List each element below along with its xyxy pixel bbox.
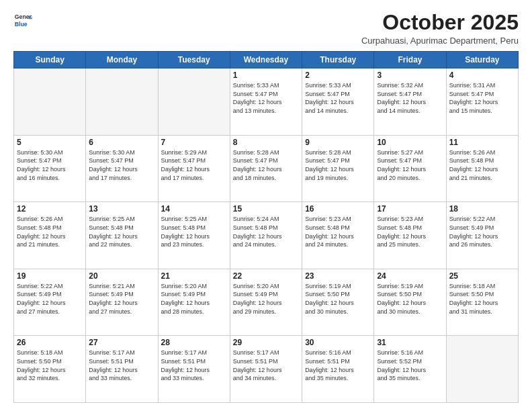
day-number: 27 bbox=[89, 338, 154, 347]
day-cell bbox=[158, 68, 230, 136]
day-number: 10 bbox=[377, 138, 443, 147]
logo: General Blue General Blue bbox=[13, 11, 32, 30]
day-number: 17 bbox=[377, 204, 443, 214]
day-number: 23 bbox=[305, 271, 371, 281]
day-info: Sunrise: 5:28 AMSunset: 5:47 PMDaylight:… bbox=[305, 148, 371, 182]
day-cell: 15Sunrise: 5:24 AMSunset: 5:48 PMDayligh… bbox=[230, 202, 302, 269]
day-number: 22 bbox=[233, 271, 299, 281]
logo-icon: General Blue bbox=[13, 11, 32, 30]
location-subtitle: Curpahuasi, Apurimac Department, Peru bbox=[361, 36, 519, 46]
day-number: 8 bbox=[233, 138, 299, 147]
day-cell: 23Sunrise: 5:19 AMSunset: 5:50 PMDayligh… bbox=[302, 269, 374, 336]
day-info: Sunrise: 5:21 AMSunset: 5:49 PMDaylight:… bbox=[89, 282, 154, 316]
day-cell bbox=[14, 68, 86, 136]
header-thursday: Thursday bbox=[302, 52, 374, 68]
day-number: 26 bbox=[17, 338, 83, 347]
day-cell: 3Sunrise: 5:32 AMSunset: 5:47 PMDaylight… bbox=[374, 68, 446, 136]
day-cell: 6Sunrise: 5:30 AMSunset: 5:47 PMDaylight… bbox=[86, 135, 158, 202]
day-number: 13 bbox=[89, 204, 154, 214]
day-number: 28 bbox=[161, 338, 227, 347]
day-number: 15 bbox=[233, 204, 299, 214]
day-info: Sunrise: 5:19 AMSunset: 5:50 PMDaylight:… bbox=[305, 282, 371, 316]
day-cell: 17Sunrise: 5:23 AMSunset: 5:48 PMDayligh… bbox=[374, 202, 446, 269]
day-number: 6 bbox=[89, 138, 154, 147]
day-cell: 1Sunrise: 5:33 AMSunset: 5:47 PMDaylight… bbox=[230, 68, 302, 136]
header-saturday: Saturday bbox=[446, 52, 518, 68]
day-cell: 8Sunrise: 5:28 AMSunset: 5:47 PMDaylight… bbox=[230, 135, 302, 202]
day-info: Sunrise: 5:32 AMSunset: 5:47 PMDaylight:… bbox=[377, 81, 443, 115]
day-info: Sunrise: 5:19 AMSunset: 5:50 PMDaylight:… bbox=[377, 282, 443, 316]
svg-text:Blue: Blue bbox=[15, 21, 28, 28]
day-info: Sunrise: 5:20 AMSunset: 5:49 PMDaylight:… bbox=[161, 282, 227, 316]
day-info: Sunrise: 5:30 AMSunset: 5:47 PMDaylight:… bbox=[17, 148, 83, 182]
day-info: Sunrise: 5:16 AMSunset: 5:52 PMDaylight:… bbox=[377, 349, 443, 382]
day-cell: 29Sunrise: 5:17 AMSunset: 5:51 PMDayligh… bbox=[230, 336, 302, 403]
calendar-table: Sunday Monday Tuesday Wednesday Thursday… bbox=[13, 51, 519, 403]
day-info: Sunrise: 5:25 AMSunset: 5:48 PMDaylight:… bbox=[89, 215, 154, 248]
month-title: October 2025 bbox=[361, 11, 519, 34]
day-info: Sunrise: 5:22 AMSunset: 5:49 PMDaylight:… bbox=[449, 215, 515, 248]
page: General Blue General Blue October 2025 C… bbox=[0, 0, 532, 411]
day-cell: 27Sunrise: 5:17 AMSunset: 5:51 PMDayligh… bbox=[86, 336, 158, 403]
day-number: 12 bbox=[17, 204, 83, 214]
day-info: Sunrise: 5:23 AMSunset: 5:48 PMDaylight:… bbox=[377, 215, 443, 248]
day-cell: 18Sunrise: 5:22 AMSunset: 5:49 PMDayligh… bbox=[446, 202, 518, 269]
day-number: 19 bbox=[17, 271, 83, 281]
week-row-2: 5Sunrise: 5:30 AMSunset: 5:47 PMDaylight… bbox=[14, 135, 519, 202]
day-cell: 25Sunrise: 5:18 AMSunset: 5:50 PMDayligh… bbox=[446, 269, 518, 336]
day-cell bbox=[446, 336, 518, 403]
day-info: Sunrise: 5:25 AMSunset: 5:48 PMDaylight:… bbox=[161, 215, 227, 248]
week-row-3: 12Sunrise: 5:26 AMSunset: 5:48 PMDayligh… bbox=[14, 202, 519, 269]
week-row-1: 1Sunrise: 5:33 AMSunset: 5:47 PMDaylight… bbox=[14, 68, 519, 136]
day-number: 20 bbox=[89, 271, 154, 281]
day-info: Sunrise: 5:22 AMSunset: 5:49 PMDaylight:… bbox=[17, 282, 83, 316]
day-info: Sunrise: 5:26 AMSunset: 5:48 PMDaylight:… bbox=[449, 148, 515, 182]
day-info: Sunrise: 5:30 AMSunset: 5:47 PMDaylight:… bbox=[89, 148, 154, 182]
day-cell: 4Sunrise: 5:31 AMSunset: 5:47 PMDaylight… bbox=[446, 68, 518, 136]
day-info: Sunrise: 5:23 AMSunset: 5:48 PMDaylight:… bbox=[305, 215, 371, 248]
day-info: Sunrise: 5:31 AMSunset: 5:47 PMDaylight:… bbox=[449, 81, 515, 115]
week-row-5: 26Sunrise: 5:18 AMSunset: 5:50 PMDayligh… bbox=[14, 336, 519, 403]
day-number: 16 bbox=[305, 204, 371, 214]
day-cell: 26Sunrise: 5:18 AMSunset: 5:50 PMDayligh… bbox=[14, 336, 86, 403]
header-tuesday: Tuesday bbox=[158, 52, 230, 68]
week-row-4: 19Sunrise: 5:22 AMSunset: 5:49 PMDayligh… bbox=[14, 269, 519, 336]
header: General Blue General Blue October 2025 C… bbox=[13, 11, 519, 46]
day-info: Sunrise: 5:18 AMSunset: 5:50 PMDaylight:… bbox=[17, 349, 83, 382]
day-number: 9 bbox=[305, 138, 371, 147]
weekday-header-row: Sunday Monday Tuesday Wednesday Thursday… bbox=[14, 52, 519, 68]
day-number: 3 bbox=[377, 71, 443, 80]
day-info: Sunrise: 5:18 AMSunset: 5:50 PMDaylight:… bbox=[449, 282, 515, 316]
day-number: 21 bbox=[161, 271, 227, 281]
day-info: Sunrise: 5:29 AMSunset: 5:47 PMDaylight:… bbox=[161, 148, 227, 182]
day-number: 25 bbox=[449, 271, 515, 281]
day-info: Sunrise: 5:26 AMSunset: 5:48 PMDaylight:… bbox=[17, 215, 83, 248]
day-cell: 7Sunrise: 5:29 AMSunset: 5:47 PMDaylight… bbox=[158, 135, 230, 202]
day-number: 18 bbox=[449, 204, 515, 214]
header-wednesday: Wednesday bbox=[230, 52, 302, 68]
day-cell: 31Sunrise: 5:16 AMSunset: 5:52 PMDayligh… bbox=[374, 336, 446, 403]
title-block: October 2025 Curpahuasi, Apurimac Depart… bbox=[361, 11, 519, 46]
day-cell: 9Sunrise: 5:28 AMSunset: 5:47 PMDaylight… bbox=[302, 135, 374, 202]
day-cell bbox=[86, 68, 158, 136]
day-cell: 19Sunrise: 5:22 AMSunset: 5:49 PMDayligh… bbox=[14, 269, 86, 336]
day-cell: 14Sunrise: 5:25 AMSunset: 5:48 PMDayligh… bbox=[158, 202, 230, 269]
day-info: Sunrise: 5:17 AMSunset: 5:51 PMDaylight:… bbox=[161, 349, 227, 382]
day-info: Sunrise: 5:27 AMSunset: 5:47 PMDaylight:… bbox=[377, 148, 443, 182]
day-cell: 28Sunrise: 5:17 AMSunset: 5:51 PMDayligh… bbox=[158, 336, 230, 403]
day-number: 30 bbox=[305, 338, 371, 347]
day-number: 2 bbox=[305, 71, 371, 80]
header-sunday: Sunday bbox=[14, 52, 86, 68]
day-info: Sunrise: 5:17 AMSunset: 5:51 PMDaylight:… bbox=[89, 349, 154, 382]
day-number: 29 bbox=[233, 338, 299, 347]
day-number: 1 bbox=[233, 71, 299, 80]
day-number: 4 bbox=[449, 71, 515, 80]
day-number: 7 bbox=[161, 138, 227, 147]
day-cell: 10Sunrise: 5:27 AMSunset: 5:47 PMDayligh… bbox=[374, 135, 446, 202]
day-info: Sunrise: 5:33 AMSunset: 5:47 PMDaylight:… bbox=[305, 81, 371, 115]
header-monday: Monday bbox=[86, 52, 158, 68]
day-number: 11 bbox=[449, 138, 515, 147]
day-cell: 30Sunrise: 5:16 AMSunset: 5:51 PMDayligh… bbox=[302, 336, 374, 403]
day-cell: 12Sunrise: 5:26 AMSunset: 5:48 PMDayligh… bbox=[14, 202, 86, 269]
day-info: Sunrise: 5:17 AMSunset: 5:51 PMDaylight:… bbox=[233, 349, 299, 382]
